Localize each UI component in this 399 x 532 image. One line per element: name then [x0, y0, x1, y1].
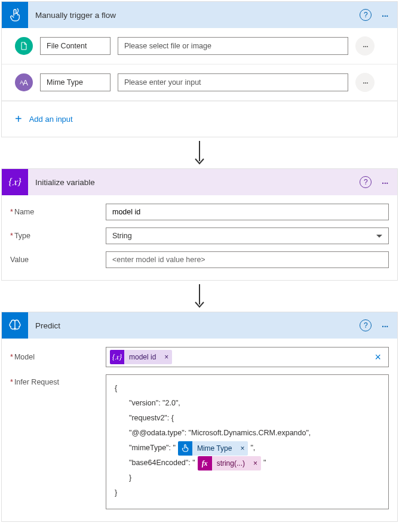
- token-label: model id: [124, 350, 161, 364]
- initvar-title: Initialize variable: [35, 178, 360, 187]
- initvar-header[interactable]: {𝑥} Initialize variable ? ···: [2, 169, 397, 195]
- json-text: ": [263, 456, 266, 471]
- json-text: }: [115, 471, 380, 485]
- json-text: "mimeType": ": [129, 441, 176, 456]
- file-icon: [15, 37, 33, 55]
- value-label: Value: [10, 256, 100, 264]
- json-text: "@@odata.type": "Microsoft.Dynamics.CRM.…: [115, 426, 380, 441]
- mime-type-label[interactable]: Mime Type: [40, 73, 111, 91]
- mime-type-more-button[interactable]: ···: [355, 73, 375, 92]
- touch-icon: [2, 2, 28, 28]
- touch-icon: [178, 441, 192, 456]
- json-text: {: [115, 381, 380, 396]
- predict-header[interactable]: Predict ? ···: [2, 312, 397, 339]
- json-text: "requestv2": {: [115, 411, 380, 426]
- token-mime-type[interactable]: Mime Type ×: [178, 441, 248, 456]
- help-icon[interactable]: ?: [360, 319, 372, 331]
- brain-icon: [2, 312, 28, 339]
- json-text: "version": "2.0",: [115, 396, 380, 411]
- mime-type-input[interactable]: Please enter your input: [118, 73, 348, 91]
- clear-button[interactable]: ×: [371, 351, 385, 364]
- more-menu-button[interactable]: ···: [379, 322, 390, 328]
- json-text: ",: [250, 441, 255, 456]
- input-row-file-content: File Content Please select file or image…: [2, 28, 397, 64]
- help-icon[interactable]: ?: [360, 176, 372, 188]
- file-content-input[interactable]: Please select file or image: [118, 37, 348, 55]
- token-remove-button[interactable]: ×: [237, 441, 248, 456]
- trigger-title: Manually trigger a flow: [35, 11, 360, 20]
- help-icon[interactable]: ?: [360, 9, 372, 21]
- model-label: Model: [10, 353, 100, 361]
- predict-title: Predict: [35, 321, 360, 330]
- input-row-mime-type: AA Mime Type Please enter your input ···: [2, 64, 397, 101]
- add-input-button[interactable]: + Add an input: [2, 101, 397, 137]
- variable-icon: {𝑥}: [2, 169, 28, 195]
- name-input[interactable]: [106, 204, 389, 220]
- file-content-more-button[interactable]: ···: [355, 36, 375, 56]
- file-content-label[interactable]: File Content: [40, 37, 111, 55]
- more-menu-button[interactable]: ···: [379, 12, 390, 18]
- token-string-expression[interactable]: fx string(...) ×: [198, 456, 261, 471]
- token-remove-button[interactable]: ×: [161, 350, 172, 364]
- trigger-card: Manually trigger a flow ? ··· File Conte…: [1, 1, 398, 137]
- fx-icon: fx: [198, 456, 212, 471]
- token-model-id[interactable]: {𝑥} model id ×: [110, 350, 172, 364]
- infer-request-input[interactable]: { "version": "2.0", "requestv2": { "@@od…: [106, 374, 389, 509]
- type-select[interactable]: String: [106, 227, 389, 244]
- json-text: "base64Encoded": ": [129, 456, 195, 471]
- trigger-header[interactable]: Manually trigger a flow ? ···: [2, 2, 397, 28]
- type-label: Type: [10, 232, 100, 240]
- infer-request-label: Infer Request: [10, 374, 100, 386]
- text-icon: AA: [15, 73, 33, 91]
- predict-card: Predict ? ··· Model {𝑥} model id × × Inf…: [1, 312, 398, 522]
- chevron-down-icon: [376, 235, 382, 238]
- connector-arrow: [1, 137, 398, 168]
- token-label: string(...): [212, 456, 250, 471]
- model-input[interactable]: {𝑥} model id × ×: [106, 347, 389, 367]
- type-selected-value: String: [112, 232, 132, 240]
- connector-arrow: [1, 281, 398, 312]
- name-label: Name: [10, 208, 100, 216]
- token-label: Mime Type: [192, 441, 237, 456]
- more-menu-button[interactable]: ···: [379, 179, 390, 185]
- value-input[interactable]: [106, 251, 389, 268]
- variable-icon: {𝑥}: [110, 350, 124, 364]
- initialize-variable-card: {𝑥} Initialize variable ? ··· Name Type …: [1, 168, 398, 281]
- token-remove-button[interactable]: ×: [250, 456, 261, 471]
- add-input-label: Add an input: [29, 115, 73, 124]
- json-text: }: [115, 485, 380, 500]
- plus-icon: +: [15, 112, 22, 126]
